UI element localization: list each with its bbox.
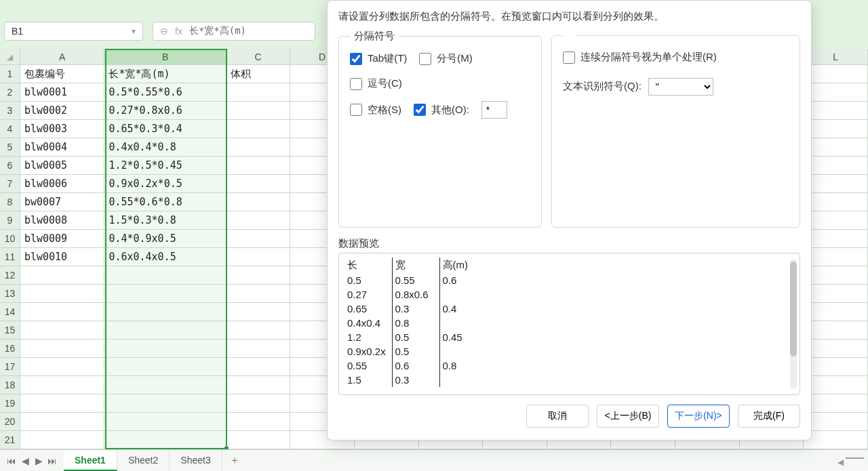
cell[interactable]: 0.4*0.9x0.5 [104,230,226,248]
row-header[interactable]: 11 [0,248,20,266]
cell[interactable] [804,175,868,193]
cell[interactable] [804,358,868,376]
checkbox-tab-input[interactable] [350,53,362,65]
cell[interactable] [804,340,868,358]
cell[interactable] [226,321,291,340]
cell[interactable]: blw0001 [20,83,105,102]
cell[interactable] [226,340,291,358]
cell[interactable] [104,303,226,321]
cell[interactable] [804,65,868,83]
column-header-B[interactable]: B [104,49,226,65]
cell[interactable]: 0.27*0.8x0.6 [104,102,226,120]
cell[interactable]: 长*宽*高(m) [104,65,226,83]
checkbox-other[interactable]: 其他(O): [414,104,469,117]
checkbox-comma[interactable]: 逗号(C) [350,77,402,90]
cell[interactable] [20,285,105,303]
cell[interactable] [804,303,868,321]
text-qualifier-select[interactable]: " [648,78,713,96]
row-header[interactable]: 18 [0,376,20,394]
cell[interactable] [804,266,868,285]
cell[interactable]: 包裹编号 [20,65,105,83]
cell[interactable] [804,211,868,230]
row-header[interactable]: 15 [0,321,20,340]
row-header[interactable]: 19 [0,394,20,413]
cell[interactable] [226,157,291,175]
cell[interactable] [226,83,291,102]
cell[interactable]: 0.6x0.4x0.5 [104,248,226,266]
row-header[interactable]: 9 [0,211,20,230]
cell[interactable]: 0.5*0.55*0.6 [104,83,226,102]
checkbox-semicolon-input[interactable] [419,53,431,65]
cell[interactable] [804,321,868,340]
row-header[interactable]: 2 [0,83,20,102]
sheet-nav-prev[interactable]: ◀ [19,455,31,466]
cell[interactable] [804,157,868,175]
cell[interactable]: 0.65*0.3*0.4 [104,120,226,138]
row-header[interactable]: 13 [0,285,20,303]
back-button[interactable]: <上一步(B) [597,405,659,428]
row-header[interactable]: 12 [0,266,20,285]
cell[interactable] [804,376,868,394]
checkbox-consecutive-input[interactable] [563,52,575,64]
cell[interactable] [104,394,226,413]
cell[interactable] [20,340,105,358]
cell[interactable] [226,376,291,394]
cell[interactable] [226,248,291,266]
cell[interactable]: blw0005 [20,157,105,175]
cell[interactable]: 0.9x0.2x*0.5 [104,175,226,193]
cell[interactable] [226,285,291,303]
row-header[interactable]: 6 [0,157,20,175]
cell[interactable] [804,285,868,303]
cell[interactable]: blw0004 [20,138,105,157]
cell[interactable] [226,394,291,413]
cell[interactable] [226,230,291,248]
cell[interactable]: 体积 [226,65,291,83]
cell[interactable] [226,175,291,193]
cell[interactable] [104,321,226,340]
column-header-L[interactable]: L [804,49,868,65]
select-all-cell[interactable]: ◢ [0,49,20,65]
checkbox-space-input[interactable] [350,104,362,116]
cell[interactable] [804,193,868,211]
sheet-tab-sheet2[interactable]: Sheet2 [117,451,170,471]
cell[interactable]: blw0010 [20,248,105,266]
cell[interactable] [804,413,868,431]
cell[interactable] [20,431,105,449]
cell[interactable]: 0.55*0.6*0.8 [104,193,226,211]
row-header[interactable]: 16 [0,340,20,358]
cell[interactable] [804,394,868,413]
cell[interactable]: 1.5*0.3*0.8 [104,211,226,230]
cell[interactable] [804,138,868,157]
sheet-nav-first[interactable]: ⏮ [5,455,18,466]
finish-button[interactable]: 完成(F) [738,405,800,428]
preview-scrollbar-thumb[interactable] [790,262,797,356]
cell[interactable]: 1.2*0.5*0.45 [104,157,226,175]
row-header[interactable]: 7 [0,175,20,193]
cell[interactable] [804,120,868,138]
cell[interactable] [20,321,105,340]
row-header[interactable]: 17 [0,358,20,376]
cell[interactable] [804,431,868,449]
checkbox-other-input[interactable] [414,104,426,116]
cell[interactable] [104,285,226,303]
cell[interactable] [226,303,291,321]
cell[interactable] [226,211,291,230]
sheet-tab-sheet1[interactable]: Sheet1 [64,451,117,471]
formula-input[interactable]: ⊖ fx 长*宽*高(m) [153,22,315,41]
row-header[interactable]: 21 [0,431,20,449]
cell[interactable]: blw0008 [20,211,105,230]
cell[interactable] [226,358,291,376]
row-header[interactable]: 8 [0,193,20,211]
cell[interactable] [20,394,105,413]
cell[interactable] [226,102,291,120]
cell[interactable] [104,413,226,431]
checkbox-consecutive[interactable]: 连续分隔符号视为单个处理(R) [563,51,717,64]
cell[interactable] [804,230,868,248]
cell[interactable]: blw0009 [20,230,105,248]
sheet-nav-next[interactable]: ▶ [33,455,45,466]
cell[interactable] [20,303,105,321]
cell[interactable] [226,266,291,285]
cell[interactable] [804,83,868,102]
row-header[interactable]: 5 [0,138,20,157]
add-sheet-button[interactable]: ＋ [222,451,247,470]
